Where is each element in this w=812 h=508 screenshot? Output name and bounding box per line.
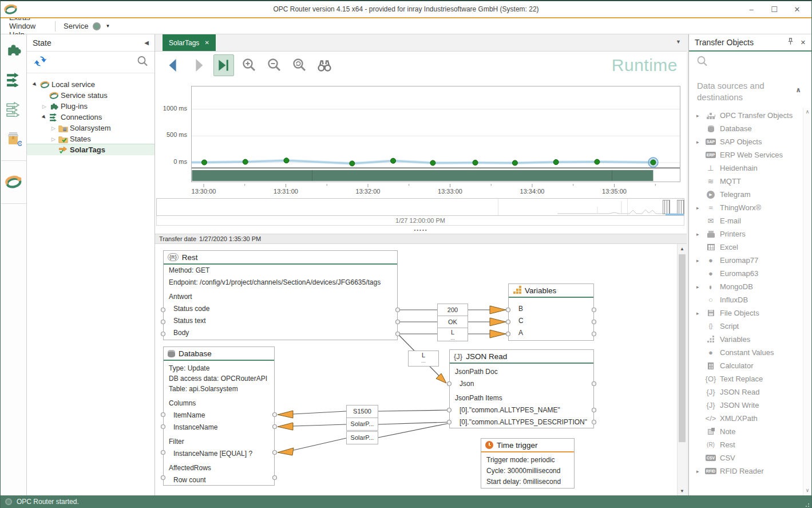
search-icon[interactable] [136, 55, 149, 70]
transfer-object-calculator[interactable]: Calculator [689, 359, 811, 372]
db-row-rowcount[interactable]: Row count [169, 474, 269, 486]
json-read-node[interactable]: {J} JSON Read JsonPath Doc Json JsonPath… [449, 349, 594, 428]
opc-router-rail-logo-icon[interactable] [5, 174, 23, 191]
transfer-object-variables[interactable]: Variables [689, 333, 811, 346]
transfer-object-erp-web-services[interactable]: ERPERP Web Services [689, 148, 811, 162]
expander-icon[interactable]: ▸ [696, 258, 703, 263]
transfer-object-database[interactable]: Database [689, 122, 811, 135]
service-menu[interactable]: Service ▼ [58, 22, 116, 30]
transfer-object-mqtt[interactable]: ≋MQTT [689, 175, 811, 188]
rest-node[interactable]: {R} Rest Method: GET Endpoint: /config/v… [163, 250, 398, 340]
refresh-button[interactable] [33, 54, 48, 70]
transfer-object-constant-values[interactable]: ●Constant Values [689, 346, 811, 359]
scroll-up-icon[interactable]: ▲ [678, 244, 687, 253]
chart-plot-area[interactable] [191, 86, 680, 182]
expander-icon[interactable]: ▷ [50, 136, 57, 142]
step-back-button[interactable] [163, 54, 184, 76]
expander-icon[interactable]: ▸ [696, 284, 703, 290]
transfer-object-script[interactable]: {}Script [689, 320, 811, 333]
tree-item-service-status[interactable]: Service status [27, 90, 155, 101]
transfer-object-json-read[interactable]: {J}JSON Read [689, 385, 811, 399]
transfer-flow-canvas[interactable]: {R} Rest Method: GET Endpoint: /config/v… [155, 244, 687, 495]
transfer-object-printers[interactable]: ▸Printers [689, 227, 811, 241]
close-button[interactable]: ✕ [787, 3, 807, 15]
variables-row-c[interactable]: C [514, 315, 588, 327]
tree-item-plug-ins[interactable]: ▷Plug-ins [27, 101, 155, 112]
find-transfer-button[interactable] [314, 54, 335, 76]
transfer-objects-search-icon[interactable] [696, 55, 708, 70]
chart-point[interactable] [391, 158, 396, 163]
jump-to-latest-button[interactable] [213, 54, 234, 76]
tree-item-solartags[interactable]: SolarTags [27, 144, 155, 155]
zoom-in-button[interactable] [239, 54, 259, 76]
expander-icon[interactable]: ▷ [41, 104, 48, 109]
pin-icon[interactable] [787, 38, 794, 47]
chart-point[interactable] [430, 160, 435, 166]
expander-icon[interactable]: ▶ [40, 113, 49, 122]
json-row-alltypes-name[interactable]: [0]."common.ALLTYPES_NAME" [455, 404, 588, 416]
transfer-object-opc-transfer-objects[interactable]: ▸OPC Transfer Objects [689, 109, 811, 122]
expander-icon[interactable]: ▸ [696, 310, 703, 316]
collapse-panel-icon[interactable]: ◀ [144, 40, 149, 46]
transfer-object-euromap77[interactable]: ▸●Euromap77 [689, 254, 811, 267]
step-forward-button[interactable] [188, 54, 209, 76]
transfer-object-e-mail[interactable]: ✉E-mail [689, 214, 811, 227]
chart-point[interactable] [202, 160, 207, 165]
chart-point[interactable] [473, 160, 478, 166]
transfer-object-excel[interactable]: Excel [689, 241, 811, 254]
transfer-object-heidenhain[interactable]: ⊥Heidenhain [689, 162, 811, 175]
expander-icon[interactable]: ▸ [696, 205, 703, 211]
expander-icon[interactable]: ▸ [696, 468, 703, 474]
db-row-filter-instancename[interactable]: InstanceName [EQUAL] ? [169, 448, 269, 460]
transfer-object-sap-objects[interactable]: ▸SAPSAP Objects [689, 135, 811, 148]
tab-list-dropdown-icon[interactable]: ▼ [676, 39, 681, 45]
db-row-instancename[interactable]: InstanceName [169, 422, 269, 434]
template-connections-rail-icon[interactable] [5, 101, 23, 118]
transfer-object-telegram[interactable]: ▶Telegram [689, 188, 811, 201]
chart-point[interactable] [284, 158, 289, 163]
db-row-itemname[interactable]: ItemName [169, 409, 269, 422]
json-row-json[interactable]: Json [455, 378, 588, 390]
tab-solartags[interactable]: SolarTags ✕ [163, 34, 216, 51]
scrollbar-thumb[interactable] [679, 254, 686, 442]
transfer-objects-scrollbar[interactable]: ∧ ∨ [803, 108, 811, 495]
section-collapse-icon[interactable]: ∧ [795, 86, 801, 94]
panel-close-icon[interactable]: ✕ [801, 39, 806, 46]
expander-icon[interactable]: ▶ [31, 80, 40, 89]
transfer-object-mongodb[interactable]: ▸●MongoDB [689, 280, 811, 293]
transfer-object-xml-xpath[interactable]: </>XML/XPath [689, 412, 811, 425]
rest-row-body[interactable]: Body [169, 327, 392, 339]
zoom-out-button[interactable] [264, 54, 284, 76]
plugins-rail-icon[interactable] [5, 41, 23, 58]
tree-item-solarsystem[interactable]: ▷Solarsystem [27, 123, 155, 133]
menu-item-window[interactable]: Window [3, 22, 53, 30]
transfer-object-thingworx[interactable]: ▸≈ThingWorx® [689, 201, 811, 214]
variables-row-b[interactable]: B [514, 303, 588, 315]
chart-point[interactable] [651, 160, 656, 165]
resize-grip-icon[interactable] [805, 502, 810, 507]
expander-icon[interactable]: ▸ [696, 139, 703, 145]
canvas-scrollbar[interactable]: ▲ ▼ [677, 244, 687, 495]
range-end-handle[interactable] [677, 200, 684, 214]
transfer-object-json-write[interactable]: {J}JSON Write [689, 399, 811, 412]
transfer-object-rest[interactable]: (R)Rest [689, 438, 811, 451]
transfer-object-file-objects[interactable]: ▸File Objects [689, 306, 811, 320]
database-node[interactable]: Database Type: Update DB access data: OP… [163, 346, 275, 486]
expander-icon[interactable]: ▸ [696, 113, 703, 119]
expander-icon[interactable]: ▷ [50, 125, 57, 131]
rest-row-status-text[interactable]: Status text [169, 315, 392, 327]
json-row-alltypes-description[interactable]: [0]."common.ALLTYPES_DESCRIPTION" [455, 416, 588, 428]
tab-close-icon[interactable]: ✕ [204, 40, 209, 46]
tree-item-states[interactable]: ▷States [27, 133, 155, 144]
chart-point[interactable] [595, 159, 600, 164]
transfer-object-euromap63[interactable]: ●Euromap63 [689, 267, 811, 280]
tree-item-local-service[interactable]: ▶Local service [27, 79, 155, 90]
transfer-object-rfid-reader[interactable]: ▸RFIDRFID Reader [689, 464, 811, 478]
rest-row-status-code[interactable]: Status code [169, 303, 392, 315]
chart-point[interactable] [553, 160, 559, 165]
maximize-button[interactable]: ☐ [765, 3, 784, 15]
range-start-handle[interactable] [663, 200, 670, 214]
expander-icon[interactable]: ▸ [696, 231, 703, 237]
transfer-object-csv[interactable]: CSVCSV [689, 451, 811, 464]
variables-node[interactable]: Variables B C A [508, 283, 594, 341]
